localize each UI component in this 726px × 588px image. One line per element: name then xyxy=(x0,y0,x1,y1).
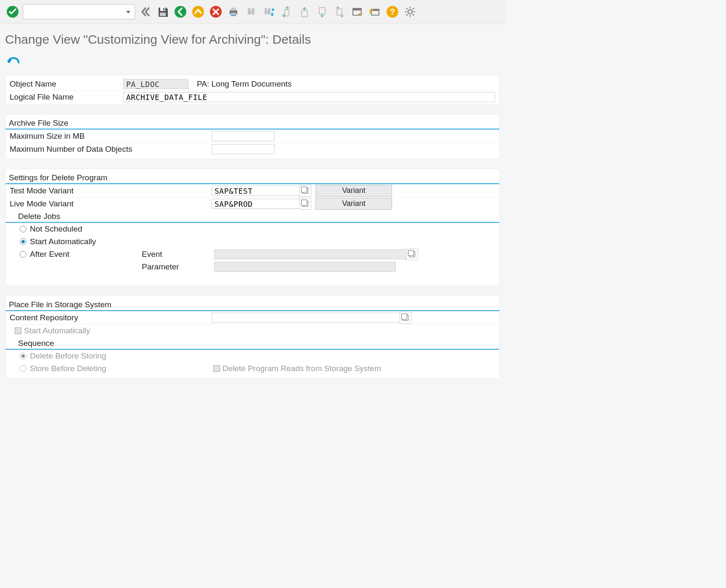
not-scheduled-radio[interactable] xyxy=(20,226,26,232)
reads-check xyxy=(213,365,220,372)
svg-line-31 xyxy=(413,8,414,9)
svg-rect-10 xyxy=(231,15,236,16)
svg-point-4 xyxy=(175,6,186,18)
collapse-left-icon[interactable] xyxy=(138,4,153,19)
last-page-icon[interactable] xyxy=(332,4,347,19)
object-name-label: Object Name xyxy=(10,79,123,89)
undo-icon[interactable] xyxy=(6,56,20,69)
repo-f4-icon[interactable] xyxy=(400,312,411,324)
find-next-icon[interactable] xyxy=(261,4,276,19)
max-obj-field[interactable] xyxy=(212,144,275,154)
help-icon[interactable]: ? xyxy=(385,4,400,19)
repo-field[interactable] xyxy=(212,313,400,323)
storage-block: Place File in Storage System Content Rep… xyxy=(5,295,500,379)
svg-rect-2 xyxy=(160,13,166,16)
live-variant-label: Live Mode Variant xyxy=(10,199,212,208)
reads-label: Delete Program Reads from Storage System xyxy=(223,364,381,373)
event-label: Event xyxy=(142,250,214,259)
event-field xyxy=(214,249,407,259)
delete-jobs-section: Delete Jobs xyxy=(5,210,499,223)
new-session-icon[interactable] xyxy=(350,4,365,19)
cancel-icon[interactable] xyxy=(208,4,223,19)
archive-size-section: Archive File Size xyxy=(5,117,499,129)
svg-rect-16 xyxy=(266,11,270,13)
live-variant-f4-icon[interactable] xyxy=(299,198,311,210)
test-variant-f4-icon[interactable] xyxy=(299,185,311,197)
object-name-field xyxy=(123,79,188,89)
header-block: Object Name PA: Long Term Documents Logi… xyxy=(5,75,500,105)
start-auto-label: Start Automatically xyxy=(30,237,96,246)
svg-line-29 xyxy=(413,14,414,16)
svg-line-28 xyxy=(406,8,408,9)
parameter-label: Parameter xyxy=(142,262,214,272)
delete-prog-block: Settings for Delete Program Test Mode Va… xyxy=(5,169,500,286)
test-variant-field[interactable] xyxy=(212,186,300,196)
logical-file-field[interactable] xyxy=(123,92,495,102)
storage-start-auto-label: Start Automatically xyxy=(24,326,90,335)
parameter-field xyxy=(214,262,396,272)
max-obj-label: Maximum Number of Data Objects xyxy=(10,145,212,154)
create-shortcut-icon[interactable] xyxy=(367,4,382,19)
delete-before-radio xyxy=(20,353,26,359)
svg-point-23 xyxy=(408,10,412,14)
event-f4-icon[interactable] xyxy=(406,248,418,260)
after-event-radio[interactable] xyxy=(20,251,26,258)
test-variant-label: Test Mode Variant xyxy=(10,186,212,195)
storage-section: Place File in Storage System xyxy=(5,298,499,311)
live-variant-button[interactable]: Variant xyxy=(315,198,392,210)
next-page-icon[interactable] xyxy=(314,4,329,19)
svg-point-5 xyxy=(192,6,204,18)
svg-rect-1 xyxy=(160,8,165,11)
start-auto-radio[interactable] xyxy=(20,238,26,245)
not-scheduled-label: Not Scheduled xyxy=(30,224,82,234)
exit-icon[interactable] xyxy=(191,4,206,19)
command-field[interactable] xyxy=(23,4,135,19)
storage-start-auto-check xyxy=(15,327,21,334)
delete-prog-section: Settings for Delete Program xyxy=(5,171,499,184)
prev-page-icon[interactable] xyxy=(297,4,312,19)
svg-rect-8 xyxy=(231,8,236,11)
settings-icon[interactable] xyxy=(403,4,418,19)
delete-before-label: Delete Before Storing xyxy=(30,351,106,361)
enter-icon[interactable] xyxy=(5,4,20,19)
sequence-section: Sequence xyxy=(5,337,499,350)
object-name-desc: PA: Long Term Documents xyxy=(188,79,291,89)
toolbar: ? xyxy=(0,0,505,24)
svg-text:?: ? xyxy=(390,7,395,16)
repo-label: Content Repository xyxy=(10,313,212,322)
max-mb-field[interactable] xyxy=(212,131,275,141)
test-variant-button[interactable]: Variant xyxy=(315,185,392,197)
max-mb-label: Maximum Size in MB xyxy=(10,132,212,141)
store-before-label: Store Before Deleting xyxy=(30,364,106,373)
first-page-icon[interactable] xyxy=(279,4,294,19)
print-icon[interactable] xyxy=(226,4,241,19)
svg-rect-18 xyxy=(353,8,361,11)
svg-rect-3 xyxy=(163,8,164,11)
live-variant-field[interactable] xyxy=(212,199,300,209)
svg-line-30 xyxy=(406,14,408,16)
svg-rect-13 xyxy=(249,11,253,13)
page-title: Change View "Customizing View for Archiv… xyxy=(0,24,505,56)
after-event-label: After Event xyxy=(30,250,69,259)
archive-size-block: Archive File Size Maximum Size in MB Max… xyxy=(5,114,500,159)
find-icon[interactable] xyxy=(244,4,259,19)
save-icon[interactable] xyxy=(155,4,170,19)
logical-file-label: Logical File Name xyxy=(10,92,123,102)
store-before-radio xyxy=(20,365,26,372)
back-icon[interactable] xyxy=(173,4,188,19)
